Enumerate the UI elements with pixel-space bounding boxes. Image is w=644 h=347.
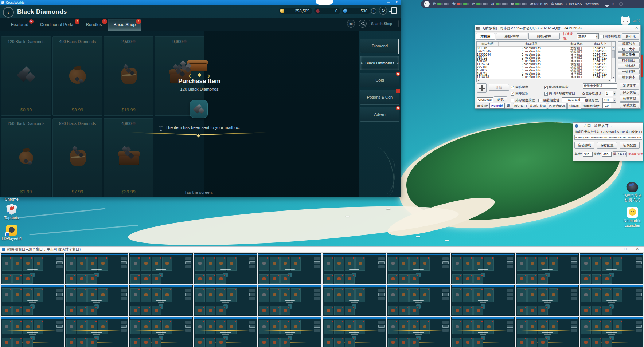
window-thumbnail[interactable] <box>194 253 257 284</box>
start-button[interactable]: 开始 <box>489 84 509 91</box>
minimize-button[interactable]: — <box>611 247 615 251</box>
thumbnail-panel-titlebar[interactable]: 缩略图窗口--30个窗口，单击可激活对应窗口) — □ ✕ <box>0 247 644 253</box>
sidebar-item-adven[interactable]: AdvenN <box>360 107 399 122</box>
table-row[interactable]: 331146CrossWorlds主控窗口1584*761 <box>477 47 611 50</box>
sidebar-item-black-diamonds[interactable]: Black Diamonds▸◂ <box>360 56 399 70</box>
sidebar-item-potions-con[interactable]: Potions & Con! <box>360 90 399 105</box>
minimize-tool-button[interactable]: 最小化 <box>622 33 639 40</box>
window-thumbnail[interactable] <box>323 317 386 347</box>
game-titlebar[interactable]: CrossWorlds <box>0 0 401 5</box>
thumbnail-button[interactable]: 缩略图 <box>567 103 581 109</box>
sync-keyboard-checkbox[interactable]: 同步键盘 <box>511 85 528 90</box>
tab-conditional-perks[interactable]: Conditional Perks! <box>34 19 80 31</box>
window-thumbnail[interactable] <box>258 317 321 347</box>
send-text-button[interactable]: 发送文本 <box>620 83 639 88</box>
tool-tab-0[interactable]: 本机用 <box>476 33 495 40</box>
action-button-item[interactable]: 清空列表 <box>618 41 640 46</box>
search-input[interactable] <box>369 20 399 27</box>
action-button-item[interactable]: 窗口重叠 <box>618 52 640 58</box>
grab-from-mark-button[interactable]: 从标记获取 <box>529 103 547 109</box>
window-thumbnail[interactable] <box>580 317 643 347</box>
sync-tool-titlebar[interactable]: 飞腾多窗口同步器V7.95--作者QQ:33702325-Q群：34192953… <box>475 25 640 32</box>
target-window-input[interactable] <box>477 97 493 102</box>
window-thumbnail[interactable] <box>1 253 64 284</box>
pause-key-value[interactable]: Home键 <box>489 103 505 109</box>
window-thumbnail[interactable] <box>516 317 579 347</box>
window-thumbnail[interactable] <box>1 317 64 347</box>
back-button[interactable]: ‹ <box>3 7 14 18</box>
window-thumbnail[interactable] <box>451 253 515 284</box>
window-thumbnail[interactable] <box>194 317 257 347</box>
exit-shop-icon[interactable]: ▸ <box>390 6 399 16</box>
window-thumbnail[interactable] <box>323 285 386 316</box>
tool-tab-2[interactable]: 联机-被控 <box>528 33 560 40</box>
quick-setting-select[interactable]: 游戏4 <box>577 33 599 39</box>
check-update-button[interactable]: 检查更新 <box>620 96 639 102</box>
desktop-icon-chrome[interactable]: Chrome <box>0 197 23 202</box>
close-button[interactable]: ✕ <box>636 247 639 251</box>
nino-titlebar[interactable]: 二之国 - 简易多开... — <box>573 123 643 129</box>
vertical-scrollbar[interactable]: ▲▼ <box>611 47 615 79</box>
window-thumbnail[interactable] <box>580 253 643 284</box>
window-thumbnail[interactable] <box>387 317 450 347</box>
search-icon[interactable] <box>359 20 367 28</box>
refresh-icon[interactable]: ↻ <box>379 7 387 15</box>
close-icon[interactable]: ✕ <box>635 26 638 30</box>
minimize-icon[interactable]: — <box>637 123 641 127</box>
nino-button-item[interactable]: 读取配置 <box>620 142 640 149</box>
window-thumbnail[interactable] <box>323 253 386 284</box>
send-mode-select[interactable]: 1 <box>605 91 616 96</box>
table-row[interactable]: 1115234CrossWorlds被控窗口1584*761 <box>477 63 611 66</box>
tool-tab-1[interactable]: 联机-主控 <box>496 33 527 40</box>
sync-emulator-checkbox[interactable]: 同步模拟器 <box>600 34 621 39</box>
maximize-button[interactable]: □ <box>624 247 627 251</box>
table-row[interactable]: 14552644CrossWorlds被控窗口1584*761 <box>477 53 611 56</box>
block-keys-input[interactable] <box>562 97 586 102</box>
width-input[interactable] <box>602 152 612 157</box>
monitor-icon[interactable] <box>605 3 609 6</box>
send-text-input[interactable] <box>583 83 617 89</box>
google-launcher-button[interactable]: 谷歌启动器 <box>548 103 567 109</box>
window-thumbnail[interactable] <box>258 285 321 316</box>
height-input[interactable] <box>583 152 593 157</box>
window-thumbnail[interactable] <box>258 253 321 284</box>
moon-icon[interactable]: ☾ <box>612 2 616 7</box>
action-button-item[interactable]: 一键粘贴 <box>618 64 640 69</box>
sync-mouse-checkbox[interactable]: 同步鼠标 <box>511 91 528 96</box>
auto-match-checkbox[interactable]: 自动匹配被控窗口 <box>544 91 575 96</box>
table-row[interactable]: 856320CrossWorlds被控窗口1584*761 <box>477 59 611 63</box>
window-thumbnail[interactable] <box>1 285 64 316</box>
horizontal-scrollbar[interactable]: ◄► <box>477 79 611 82</box>
table-row[interactable]: 1118478CrossWorlds被控窗口1584*761 <box>477 75 611 79</box>
grab-button[interactable]: 获取 <box>494 96 507 102</box>
desktop-icon-netmarble[interactable]: NetmarbleLauncher <box>621 207 644 228</box>
table-row[interactable]: 52628346CrossWorlds被控窗口1584*761 <box>477 50 611 53</box>
window-thumbnail[interactable] <box>451 285 515 316</box>
scrollbar-thumb[interactable] <box>398 39 399 54</box>
window-thumbnail[interactable] <box>129 285 193 316</box>
tab-featured[interactable]: FeaturedN <box>5 19 34 31</box>
action-button-item[interactable]: 排列窗口 <box>618 58 640 63</box>
action-button-item[interactable]: 一键打码 <box>618 70 640 75</box>
sidebar-item-gold[interactable]: GoldN <box>360 73 399 87</box>
nino-button-item[interactable]: 保存配置 <box>597 142 617 149</box>
action-button-item[interactable]: 编辑脚本 <box>618 75 640 80</box>
help-doc-button[interactable]: 帮助文档 <box>620 102 639 108</box>
thumb-zoom-input[interactable] <box>602 103 611 108</box>
mailbox-icon[interactable]: ✉ <box>347 20 355 28</box>
window-thumbnail[interactable] <box>129 253 193 284</box>
window-thumbnail[interactable] <box>387 253 450 284</box>
sidebar-item-diamond[interactable]: Diamond <box>360 39 399 53</box>
exclude-keyboard-checkbox[interactable]: 排除键盘按住 <box>511 98 535 103</box>
table-row[interactable]: 464052CrossWorlds被控窗口1584*761 <box>477 69 611 72</box>
window-thumbnail[interactable] <box>129 317 193 347</box>
ring-icon[interactable] <box>619 2 623 6</box>
window-thumbnail[interactable] <box>387 285 450 316</box>
pet-avatar-icon[interactable] <box>424 1 430 7</box>
crosshair-picker[interactable] <box>477 83 487 93</box>
desktop-icon-item[interactable]: 飞腾同步器快捷方式 <box>621 182 644 202</box>
desktop-icon-tap-beta[interactable]: Tap-beta <box>0 204 23 220</box>
window-thumbnail[interactable] <box>516 253 579 284</box>
action-button-item[interactable]: 统一大小 <box>618 47 640 52</box>
block-keys-checkbox[interactable]: 屏蔽指定键 <box>538 98 559 103</box>
